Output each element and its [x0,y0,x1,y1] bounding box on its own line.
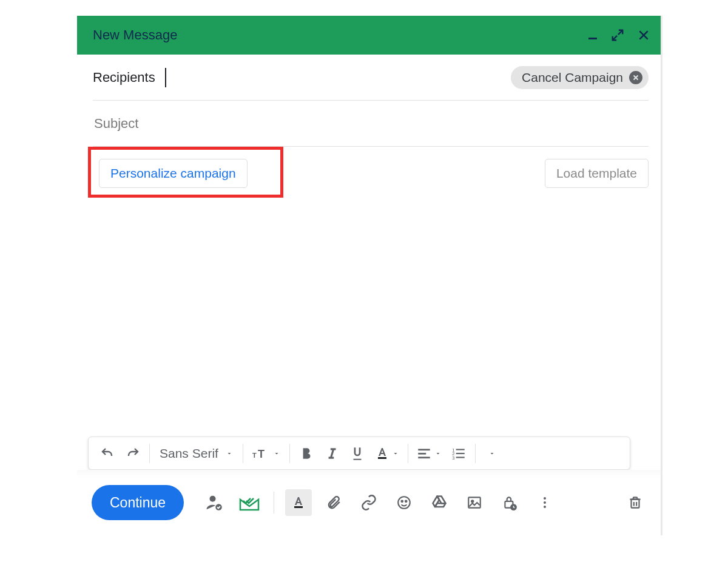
bold-button[interactable] [294,441,319,466]
svg-text:3: 3 [452,455,454,460]
svg-point-24 [544,501,546,504]
svg-point-25 [544,506,546,508]
subject-input[interactable] [93,115,649,132]
minimize-icon[interactable] [588,30,598,40]
format-toolbar: Sans Serif T T [88,436,630,470]
text-cursor [165,68,166,87]
redo-icon[interactable] [120,441,146,466]
font-family-select[interactable]: Sans Serif [153,446,239,461]
more-options-icon[interactable] [531,489,558,516]
svg-rect-3 [378,457,386,459]
svg-rect-10 [456,449,465,450]
svg-text:T: T [252,452,257,459]
svg-point-18 [405,501,407,503]
list-button[interactable]: 1 2 3 [446,441,471,466]
italic-button[interactable] [319,441,345,466]
insert-drive-icon[interactable] [426,489,453,516]
attach-file-icon[interactable] [320,489,347,516]
chip-remove-icon[interactable] [629,71,642,84]
recipients-row[interactable]: Recipients Cancel Campaign [93,55,649,101]
svg-point-16 [398,497,410,509]
delete-draft-icon[interactable] [622,489,649,516]
personalize-campaign-button[interactable]: Personalize campaign [99,159,248,188]
chevron-down-icon [226,450,233,457]
svg-point-20 [471,500,473,502]
undo-icon[interactable] [95,441,120,466]
add-recipient-icon[interactable] [201,489,228,516]
formatting-toggle-icon[interactable] [285,489,312,516]
font-size-select[interactable]: T T [247,441,286,466]
svg-rect-11 [456,452,465,453]
mail-track-icon[interactable] [236,489,263,516]
svg-rect-4 [418,449,430,450]
align-button[interactable] [412,441,446,466]
continue-button[interactable]: Continue [92,485,184,520]
chevron-down-icon [273,450,280,457]
recipients-label: Recipients [93,70,155,85]
text-color-button[interactable] [370,441,404,466]
bottom-toolbar: Continue [77,470,661,535]
insert-link-icon[interactable] [356,489,382,516]
svg-rect-0 [588,38,597,39]
more-formatting-button[interactable] [479,441,505,466]
svg-point-13 [210,496,216,502]
chip-label: Cancel Campaign [522,70,623,85]
subject-row [93,101,649,147]
svg-rect-15 [294,506,303,508]
svg-rect-6 [418,457,430,458]
svg-rect-26 [632,500,639,508]
chevron-down-icon [392,450,399,457]
underline-button[interactable] [345,441,370,466]
compose-window: New Message Recipients [77,16,662,535]
font-family-label: Sans Serif [160,446,218,461]
insert-image-icon[interactable] [461,489,488,516]
titlebar-actions [588,28,650,42]
message-body-area[interactable] [93,200,649,436]
svg-point-17 [402,501,403,503]
svg-text:T: T [258,448,265,460]
cancel-campaign-chip[interactable]: Cancel Campaign [511,66,649,89]
close-icon[interactable] [638,29,650,41]
chevron-down-icon [434,450,442,457]
svg-rect-5 [418,452,426,454]
svg-point-23 [544,497,546,500]
body-actions-row: Personalize campaign Load template [93,147,649,200]
expand-icon[interactable] [611,28,624,42]
svg-rect-12 [456,457,465,458]
window-title: New Message [93,27,588,43]
insert-emoji-icon[interactable] [391,489,417,516]
load-template-button[interactable]: Load template [545,159,649,188]
compose-content: Recipients Cancel Campaign Personalize c… [77,55,661,436]
titlebar: New Message [77,16,661,55]
confidential-mode-icon[interactable] [496,489,523,516]
